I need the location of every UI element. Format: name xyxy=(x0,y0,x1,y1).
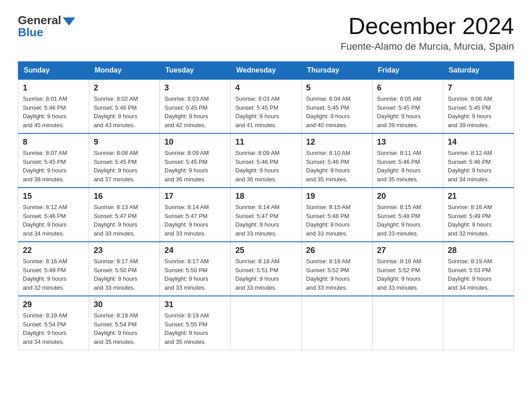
day-of-week-header: Friday xyxy=(372,62,443,80)
day-of-week-header: Wednesday xyxy=(231,62,301,80)
subtitle: Fuente-Alamo de Murcia, Murcia, Spain xyxy=(340,41,514,52)
day-number: 21 xyxy=(448,192,509,201)
day-info: Sunrise: 8:16 AM Sunset: 5:49 PM Dayligh… xyxy=(23,257,84,292)
calendar-week-row: 29 Sunrise: 8:19 AM Sunset: 5:54 PM Dayl… xyxy=(18,296,514,350)
calendar-table: SundayMondayTuesdayWednesdayThursdayFrid… xyxy=(18,61,514,350)
day-info: Sunrise: 8:12 AM Sunset: 5:46 PM Dayligh… xyxy=(448,149,509,184)
calendar-day-cell xyxy=(231,296,301,350)
calendar-day-cell: 1 Sunrise: 8:01 AM Sunset: 5:46 PM Dayli… xyxy=(18,79,89,133)
day-number: 11 xyxy=(235,137,296,147)
calendar-day-cell: 17 Sunrise: 8:14 AM Sunset: 5:47 PM Dayl… xyxy=(160,188,231,242)
day-number: 10 xyxy=(164,137,226,147)
day-info: Sunrise: 8:19 AM Sunset: 5:55 PM Dayligh… xyxy=(164,311,226,346)
day-number: 16 xyxy=(94,192,155,201)
days-of-week-row: SundayMondayTuesdayWednesdayThursdayFrid… xyxy=(18,62,514,80)
day-of-week-header: Saturday xyxy=(443,62,514,80)
day-info: Sunrise: 8:11 AM Sunset: 5:46 PM Dayligh… xyxy=(377,149,438,184)
day-number: 26 xyxy=(306,246,368,255)
calendar-day-cell: 18 Sunrise: 8:14 AM Sunset: 5:47 PM Dayl… xyxy=(231,188,301,242)
calendar-body: 1 Sunrise: 8:01 AM Sunset: 5:46 PM Dayli… xyxy=(18,79,514,350)
calendar-day-cell xyxy=(372,296,443,350)
calendar-day-cell: 24 Sunrise: 8:17 AM Sunset: 5:50 PM Dayl… xyxy=(160,242,231,296)
calendar-week-row: 8 Sunrise: 8:07 AM Sunset: 5:45 PM Dayli… xyxy=(18,133,514,188)
day-number: 14 xyxy=(448,137,509,147)
calendar-day-cell: 28 Sunrise: 8:19 AM Sunset: 5:53 PM Dayl… xyxy=(443,242,514,296)
day-info: Sunrise: 8:14 AM Sunset: 5:47 PM Dayligh… xyxy=(235,203,296,238)
day-info: Sunrise: 8:19 AM Sunset: 5:53 PM Dayligh… xyxy=(448,257,509,292)
day-info: Sunrise: 8:18 AM Sunset: 5:52 PM Dayligh… xyxy=(377,257,438,292)
day-info: Sunrise: 8:05 AM Sunset: 5:45 PM Dayligh… xyxy=(377,94,438,129)
day-info: Sunrise: 8:08 AM Sunset: 5:45 PM Dayligh… xyxy=(94,149,155,184)
calendar-day-cell: 8 Sunrise: 8:07 AM Sunset: 5:45 PM Dayli… xyxy=(18,133,89,188)
calendar-day-cell: 3 Sunrise: 8:03 AM Sunset: 5:45 PM Dayli… xyxy=(160,79,231,133)
day-of-week-header: Tuesday xyxy=(160,62,231,80)
calendar-day-cell: 31 Sunrise: 8:19 AM Sunset: 5:55 PM Dayl… xyxy=(160,296,231,350)
day-info: Sunrise: 8:17 AM Sunset: 5:50 PM Dayligh… xyxy=(94,257,155,292)
day-info: Sunrise: 8:09 AM Sunset: 5:45 PM Dayligh… xyxy=(164,149,226,184)
calendar-week-row: 15 Sunrise: 8:12 AM Sunset: 5:46 PM Dayl… xyxy=(18,188,514,242)
logo-blue-text: Blue xyxy=(18,26,43,39)
calendar-day-cell: 27 Sunrise: 8:18 AM Sunset: 5:52 PM Dayl… xyxy=(372,242,443,296)
day-number: 29 xyxy=(23,300,84,309)
calendar-day-cell: 16 Sunrise: 8:13 AM Sunset: 5:47 PM Dayl… xyxy=(89,188,160,242)
day-info: Sunrise: 8:01 AM Sunset: 5:46 PM Dayligh… xyxy=(23,94,84,129)
calendar-day-cell: 21 Sunrise: 8:16 AM Sunset: 5:49 PM Dayl… xyxy=(443,188,514,242)
day-number: 17 xyxy=(164,192,226,201)
day-number: 20 xyxy=(377,192,438,201)
day-info: Sunrise: 8:06 AM Sunset: 5:45 PM Dayligh… xyxy=(448,94,509,129)
main-title: December 2024 xyxy=(340,13,514,39)
calendar-day-cell: 7 Sunrise: 8:06 AM Sunset: 5:45 PM Dayli… xyxy=(443,79,514,133)
day-number: 8 xyxy=(23,137,84,147)
calendar-day-cell: 14 Sunrise: 8:12 AM Sunset: 5:46 PM Dayl… xyxy=(443,133,514,188)
day-number: 4 xyxy=(235,83,296,93)
day-info: Sunrise: 8:14 AM Sunset: 5:47 PM Dayligh… xyxy=(164,203,226,238)
calendar-day-cell: 29 Sunrise: 8:19 AM Sunset: 5:54 PM Dayl… xyxy=(18,296,89,350)
day-number: 25 xyxy=(235,246,296,255)
day-number: 3 xyxy=(164,83,226,93)
day-of-week-header: Monday xyxy=(89,62,160,80)
day-number: 31 xyxy=(164,300,226,309)
day-info: Sunrise: 8:19 AM Sunset: 5:54 PM Dayligh… xyxy=(94,311,155,346)
day-info: Sunrise: 8:04 AM Sunset: 5:45 PM Dayligh… xyxy=(306,94,368,129)
day-info: Sunrise: 8:03 AM Sunset: 5:45 PM Dayligh… xyxy=(164,94,226,129)
calendar-day-cell: 11 Sunrise: 8:09 AM Sunset: 5:46 PM Dayl… xyxy=(231,133,301,188)
calendar-week-row: 22 Sunrise: 8:16 AM Sunset: 5:49 PM Dayl… xyxy=(18,242,514,296)
day-number: 24 xyxy=(164,246,226,255)
calendar-day-cell: 12 Sunrise: 8:10 AM Sunset: 5:46 PM Dayl… xyxy=(301,133,372,188)
calendar-day-cell: 23 Sunrise: 8:17 AM Sunset: 5:50 PM Dayl… xyxy=(89,242,160,296)
day-number: 19 xyxy=(306,192,368,201)
calendar-day-cell xyxy=(301,296,372,350)
day-number: 23 xyxy=(94,246,155,255)
calendar-day-cell: 30 Sunrise: 8:19 AM Sunset: 5:54 PM Dayl… xyxy=(89,296,160,350)
day-info: Sunrise: 8:18 AM Sunset: 5:52 PM Dayligh… xyxy=(306,257,368,292)
calendar-day-cell: 13 Sunrise: 8:11 AM Sunset: 5:46 PM Dayl… xyxy=(372,133,443,188)
calendar-day-cell: 15 Sunrise: 8:12 AM Sunset: 5:46 PM Dayl… xyxy=(18,188,89,242)
day-number: 27 xyxy=(377,246,438,255)
logo-arrow-icon xyxy=(63,17,75,26)
calendar-day-cell xyxy=(443,296,514,350)
day-info: Sunrise: 8:02 AM Sunset: 5:46 PM Dayligh… xyxy=(94,94,155,129)
day-number: 5 xyxy=(306,83,368,93)
day-info: Sunrise: 8:09 AM Sunset: 5:46 PM Dayligh… xyxy=(235,149,296,184)
day-info: Sunrise: 8:13 AM Sunset: 5:47 PM Dayligh… xyxy=(94,203,155,238)
title-block: December 2024 Fuente-Alamo de Murcia, Mu… xyxy=(340,13,514,52)
day-of-week-header: Thursday xyxy=(301,62,372,80)
page-header: General Blue December 2024 Fuente-Alamo … xyxy=(18,13,514,52)
day-info: Sunrise: 8:03 AM Sunset: 5:45 PM Dayligh… xyxy=(235,94,296,129)
day-info: Sunrise: 8:17 AM Sunset: 5:50 PM Dayligh… xyxy=(164,257,226,292)
calendar-day-cell: 4 Sunrise: 8:03 AM Sunset: 5:45 PM Dayli… xyxy=(231,79,301,133)
day-number: 18 xyxy=(235,192,296,201)
day-number: 13 xyxy=(377,137,438,147)
day-number: 1 xyxy=(23,83,84,93)
day-number: 7 xyxy=(448,83,509,93)
day-info: Sunrise: 8:12 AM Sunset: 5:46 PM Dayligh… xyxy=(23,203,84,238)
calendar-day-cell: 20 Sunrise: 8:15 AM Sunset: 5:48 PM Dayl… xyxy=(372,188,443,242)
calendar-day-cell: 19 Sunrise: 8:15 AM Sunset: 5:48 PM Dayl… xyxy=(301,188,372,242)
day-info: Sunrise: 8:07 AM Sunset: 5:45 PM Dayligh… xyxy=(23,149,84,184)
calendar-day-cell: 2 Sunrise: 8:02 AM Sunset: 5:46 PM Dayli… xyxy=(89,79,160,133)
day-info: Sunrise: 8:16 AM Sunset: 5:49 PM Dayligh… xyxy=(448,203,509,238)
day-number: 22 xyxy=(23,246,84,255)
day-of-week-header: Sunday xyxy=(18,62,89,80)
calendar-day-cell: 5 Sunrise: 8:04 AM Sunset: 5:45 PM Dayli… xyxy=(301,79,372,133)
day-number: 12 xyxy=(306,137,368,147)
